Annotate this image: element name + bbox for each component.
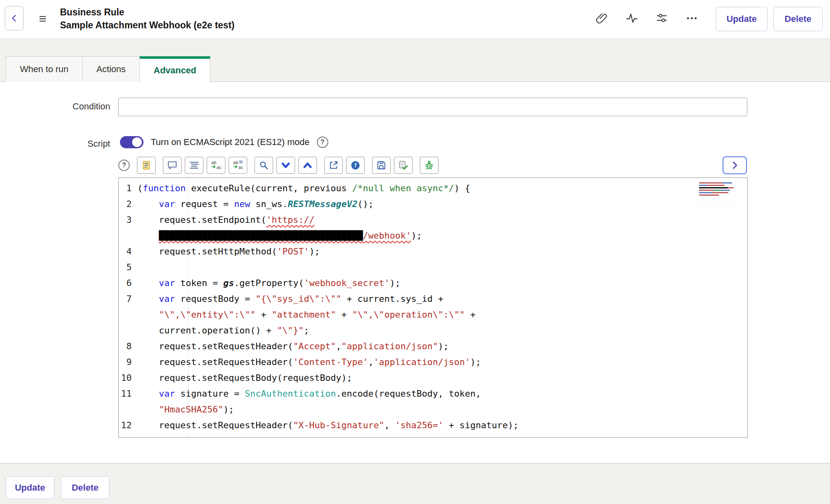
code-token: ( <box>137 183 143 193</box>
toggle-comment-button[interactable] <box>163 157 182 174</box>
es-mode-toggle[interactable] <box>120 136 143 148</box>
code-token: "HmacSHA256" <box>159 404 223 414</box>
code-token: function <box>143 183 186 193</box>
expand-editor-button[interactable] <box>723 156 747 174</box>
form-tabs: When to run Actions Advanced <box>6 56 210 82</box>
svg-text:ab: ab <box>211 160 216 165</box>
line-number: 6 <box>119 275 137 291</box>
es-mode-help-icon[interactable]: ? <box>317 137 328 148</box>
code-token: , <box>336 341 341 351</box>
record-name-label: Sample Attachment Webhook (e2e test) <box>60 19 235 32</box>
toggle-knob <box>132 137 142 147</box>
code-line[interactable]: 5 <box>119 259 747 275</box>
replace-all-button[interactable]: abac <box>229 157 247 174</box>
syntax-editor-button[interactable] <box>137 157 156 174</box>
code-line[interactable]: 13 <box>119 433 747 438</box>
code-token: /*null when async*/ <box>352 183 454 193</box>
footer-delete-button[interactable]: Delete <box>61 476 109 499</box>
code-token: ); <box>411 231 422 241</box>
validate-script-button[interactable] <box>394 157 413 174</box>
code-token <box>137 389 159 399</box>
code-line[interactable]: 2 var request = new sn_ws.RESTMessageV2(… <box>119 196 747 212</box>
svg-text:ac: ac <box>238 165 244 170</box>
code-token: var <box>159 294 175 304</box>
update-button[interactable]: Update <box>716 7 768 31</box>
code-token: request.setRequestHeader( <box>137 357 293 367</box>
api-help-button[interactable]: ? <box>346 157 365 174</box>
line-number: 12 <box>119 417 137 433</box>
code-token: ) { <box>454 183 471 193</box>
personalize-sliders-icon[interactable] <box>656 12 668 24</box>
more-actions-icon[interactable] <box>686 12 698 24</box>
header-icon-group <box>596 12 698 24</box>
code-token: ); <box>309 246 320 256</box>
code-token: ); <box>438 341 449 351</box>
code-line[interactable]: 1(function executeRule(current, previous… <box>119 180 747 196</box>
tab-actions[interactable]: Actions <box>82 56 139 82</box>
code-line[interactable]: 3 request.setEndpoint('https://█████████… <box>119 212 747 243</box>
chevron-down-icon <box>280 160 291 171</box>
code-token: + current.sys_id + <box>341 294 449 304</box>
code-text: request.setRequestBody(requestBody); <box>137 370 524 386</box>
code-line[interactable]: 8 request.setRequestHeader("Accept","app… <box>119 338 747 354</box>
line-number: 8 <box>119 338 137 354</box>
code-text: (function executeRule(current, previous … <box>137 180 524 196</box>
condition-label: Condition <box>0 101 110 112</box>
code-token <box>137 278 159 288</box>
delete-button[interactable]: Delete <box>773 7 823 31</box>
code-lines: 1(function executeRule(current, previous… <box>119 180 747 438</box>
save-script-button[interactable] <box>372 157 391 174</box>
debug-button[interactable] <box>420 157 439 174</box>
code-token: 'sha256=' <box>395 420 443 430</box>
code-text: request.setHttpMethod('POST'); <box>137 243 524 259</box>
code-token: + <box>336 310 352 320</box>
code-token: new <box>234 199 250 209</box>
line-number: 2 <box>119 196 137 212</box>
open-window-icon <box>328 160 339 171</box>
minimap-line <box>699 185 736 186</box>
footer-update-button[interactable]: Update <box>6 476 54 499</box>
find-next-button[interactable] <box>276 157 295 174</box>
find-previous-button[interactable] <box>298 157 317 174</box>
code-text: var requestBody = "{\"sys_id\":\"" + cur… <box>137 291 524 338</box>
code-token: 'https:// <box>266 215 314 225</box>
code-line[interactable]: 12 request.setRequestHeader("X-Hub-Signa… <box>119 417 747 433</box>
search-button[interactable] <box>255 157 273 174</box>
record-title: Business Rule Sample Attachment Webhook … <box>60 6 235 32</box>
code-line[interactable]: 10 request.setRequestBody(requestBody); <box>119 370 747 386</box>
code-line[interactable]: 4 request.setHttpMethod('POST'); <box>119 243 747 259</box>
code-token: "X-Hub-Signature" <box>293 420 384 430</box>
condition-input[interactable] <box>118 98 747 116</box>
line-number: 9 <box>119 354 137 370</box>
replace-icon: abac <box>210 160 222 171</box>
toolbar-group-window: ? <box>324 157 365 174</box>
code-line[interactable]: 6 var token = gs.getProperty('webhook_se… <box>119 275 747 291</box>
code-token: executeRule(current, previous <box>186 183 352 193</box>
line-number: 1 <box>119 180 137 196</box>
toolbar-group-script <box>137 157 156 174</box>
back-button[interactable] <box>5 6 24 30</box>
context-menu-icon[interactable]: ≡ <box>39 11 47 27</box>
attachment-paperclip-icon[interactable] <box>596 12 608 24</box>
open-in-window-button[interactable] <box>324 157 343 174</box>
replace-button[interactable]: abac <box>207 157 225 174</box>
line-number: 11 <box>119 386 137 401</box>
editor-help-icon[interactable]: ? <box>118 160 130 171</box>
tab-advanced[interactable]: Advanced <box>139 56 210 82</box>
activity-stream-icon[interactable] <box>626 12 638 24</box>
line-number: 5 <box>119 259 137 275</box>
code-text: request.setRequestHeader("Accept","appli… <box>137 338 524 354</box>
code-text: var token = gs.getProperty('webhook_secr… <box>137 275 524 291</box>
code-line[interactable]: 7 var requestBody = "{\"sys_id\":\"" + c… <box>119 291 747 338</box>
code-token: request.setEndpoint( <box>137 215 266 225</box>
format-code-button[interactable] <box>185 157 203 174</box>
tab-when-to-run[interactable]: When to run <box>6 56 82 82</box>
line-number: 10 <box>119 370 137 386</box>
code-line[interactable]: 11 var signature = SncAuthentication.enc… <box>119 386 747 417</box>
code-text: request.setRequestHeader("X-Hub-Signatur… <box>137 417 524 433</box>
code-editor[interactable]: 1(function executeRule(current, previous… <box>118 177 748 438</box>
code-token: , <box>384 420 395 430</box>
code-line[interactable]: 9 request.setRequestHeader('Content-Type… <box>119 354 747 370</box>
code-text: request.setRequestHeader('Content-Type',… <box>137 354 524 370</box>
code-token: ; <box>304 325 309 335</box>
